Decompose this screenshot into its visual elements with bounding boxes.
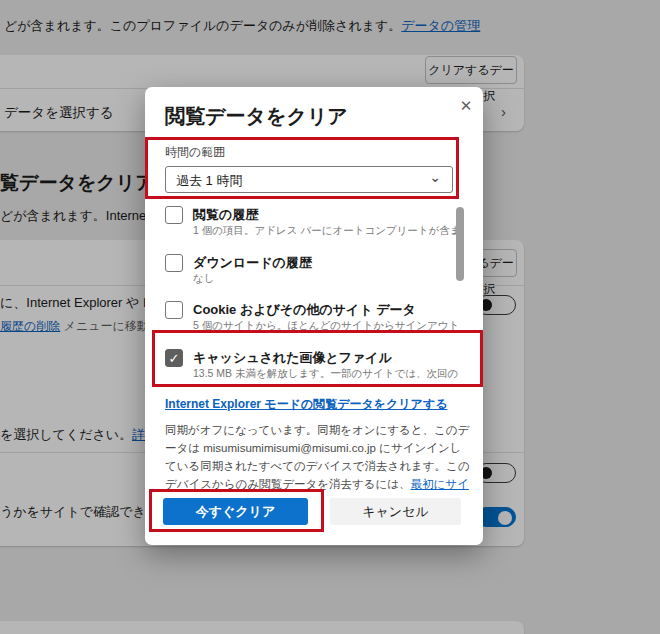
chevron-down-icon: ⌄ xyxy=(429,169,441,185)
list-item-download-history: ダウンロードの履歴 なし xyxy=(145,252,465,298)
checkbox-label: ダウンロードの履歴 xyxy=(193,254,312,272)
clear-now-button[interactable]: 今すぐクリア xyxy=(163,498,308,525)
cookies-checkbox[interactable] xyxy=(165,301,183,319)
cancel-button[interactable]: キャンセル xyxy=(330,498,461,525)
ie-mode-clear-link[interactable]: Internet Explorer モードの閲覧データをクリアする xyxy=(165,396,447,413)
checkbox-label: 閲覧の履歴 xyxy=(193,206,258,224)
time-range-value: 過去 1 時間 xyxy=(176,172,242,190)
checkbox-desc: なし xyxy=(193,272,215,286)
list-scrollbar[interactable] xyxy=(456,207,464,281)
checkbox-label: キャッシュされた画像とファイル xyxy=(193,349,392,367)
edge-settings-screen: どが含まれます。このプロファイルのデータのみが削除されます。データの管理 クリア… xyxy=(0,0,660,634)
browsing-history-checkbox[interactable] xyxy=(165,206,183,224)
list-item-cookies: Cookie およびその他のサイト データ 5 個のサイトから。ほとんどのサイト… xyxy=(145,299,465,345)
checkbox-desc: 13.5 MB 未満を解放します。一部のサイトでは、次回のアクセス時 xyxy=(193,367,458,381)
clear-browsing-data-dialog: 閲覧データをクリア ✕ 時間の範囲 過去 1 時間 ⌄ 閲覧の履歴 1 個の項目… xyxy=(145,87,483,545)
download-history-checkbox[interactable] xyxy=(165,254,183,272)
list-item-browsing-history: 閲覧の履歴 1 個の項目。アドレス バーにオートコンプリートが含まれています。 xyxy=(145,204,465,250)
close-icon[interactable]: ✕ xyxy=(453,93,479,119)
cached-images-checkbox[interactable]: ✓ xyxy=(165,349,183,367)
time-range-label: 時間の範囲 xyxy=(165,144,225,161)
check-icon: ✓ xyxy=(169,351,180,366)
checkbox-desc: 5 個のサイトから。ほとんどのサイトからサインアウトします。 xyxy=(193,319,458,333)
checkbox-label: Cookie およびその他のサイト データ xyxy=(193,301,416,319)
dialog-title: 閲覧データをクリア xyxy=(165,103,348,130)
checkbox-desc: 1 個の項目。アドレス バーにオートコンプリートが含まれています。 xyxy=(193,224,458,238)
time-range-select[interactable]: 過去 1 時間 ⌄ xyxy=(165,166,453,193)
list-item-cached-images: ✓ キャッシュされた画像とファイル 13.5 MB 未満を解放します。一部のサイ… xyxy=(145,347,465,393)
